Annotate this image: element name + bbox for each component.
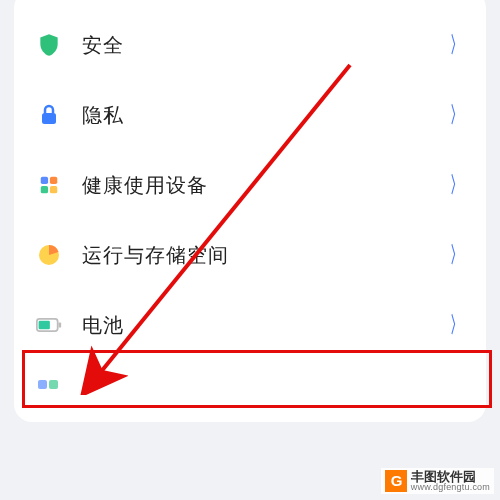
row-label: 安全 <box>82 32 446 59</box>
svg-rect-7 <box>59 322 62 327</box>
row-label: 电池 <box>82 312 446 339</box>
watermark-url: www.dgfengtu.com <box>411 483 490 492</box>
partial-icon <box>36 376 62 392</box>
svg-rect-10 <box>49 380 58 389</box>
svg-rect-4 <box>50 186 57 193</box>
chevron-right-icon: 〉 <box>450 30 463 60</box>
chevron-right-icon: 〉 <box>450 310 463 340</box>
svg-rect-2 <box>50 177 57 184</box>
battery-icon <box>36 312 62 338</box>
svg-rect-3 <box>41 186 48 193</box>
row-label: 运行与存储空间 <box>82 242 446 269</box>
setting-row-privacy[interactable]: 隐私 〉 <box>14 80 486 150</box>
setting-row-storage[interactable]: 运行与存储空间 〉 <box>14 220 486 290</box>
svg-rect-1 <box>41 177 48 184</box>
piechart-icon <box>36 242 62 268</box>
row-label: 隐私 <box>82 102 446 129</box>
watermark: 丰图软件园 www.dgfengtu.com <box>381 468 494 494</box>
chevron-right-icon: 〉 <box>450 100 463 130</box>
svg-rect-9 <box>38 380 47 389</box>
chevron-right-icon: 〉 <box>450 240 463 270</box>
setting-row-digital-balance[interactable]: 健康使用设备 〉 <box>14 150 486 220</box>
partial-row <box>14 360 486 392</box>
row-label: 健康使用设备 <box>82 172 446 199</box>
watermark-logo <box>385 470 407 492</box>
settings-list: 安全 〉 隐私 〉 健康使用设备 〉 <box>14 0 486 422</box>
svg-rect-0 <box>42 113 56 124</box>
blocks-icon <box>36 172 62 198</box>
lock-icon <box>36 102 62 128</box>
setting-row-security[interactable]: 安全 〉 <box>14 10 486 80</box>
svg-rect-8 <box>39 321 50 330</box>
shield-icon <box>36 32 62 58</box>
setting-row-battery[interactable]: 电池 〉 <box>14 290 486 360</box>
chevron-right-icon: 〉 <box>450 170 463 200</box>
